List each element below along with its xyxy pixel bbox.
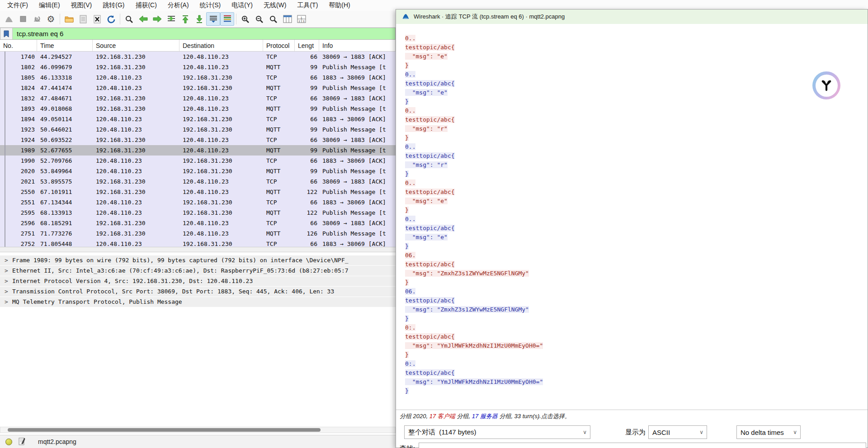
packet-list: 174044.294527192.168.31.230120.48.110.23… [0,52,396,247]
packet-row[interactable]: 198952.677655192.168.31.230120.48.110.23… [0,145,396,156]
colorize-icon[interactable] [220,12,234,26]
go-forward-icon[interactable] [150,12,164,26]
column-header[interactable]: Lengt [295,40,319,51]
expand-chevron-icon[interactable]: > [5,255,8,265]
menu-item[interactable]: 编辑(E) [33,0,66,10]
reload-icon[interactable] [104,12,118,26]
show-as-select[interactable]: ASCII ∨ [648,425,707,439]
packet-row[interactable]: 183247.484671192.168.31.230120.48.110.23… [0,93,396,104]
column-header[interactable]: Destination [179,40,263,51]
packet-row[interactable]: 259668.185291192.168.31.230120.48.110.23… [0,218,396,228]
packet-row[interactable]: 174044.294527192.168.31.230120.48.110.23… [0,52,396,62]
resize-columns-icon[interactable] [280,12,294,26]
zoom-reset-icon[interactable] [266,12,280,26]
stream-line: } [405,278,868,287]
go-first-icon[interactable] [178,12,192,26]
packet-cell: 192.168.31.230 [93,135,179,145]
packet-cell: TCP [263,93,295,104]
menu-item[interactable]: 无线(W) [258,0,292,10]
packet-cell: 192.168.31.230 [179,207,263,218]
status-filename: mqtt2.pcapng [38,438,76,445]
dialog-separator [396,410,868,410]
zoom-in-icon[interactable] [238,12,252,26]
packet-row[interactable]: 180546.133318120.48.110.23192.168.31.230… [0,72,396,83]
packet-cell: 120.48.110.23 [93,166,179,176]
menu-item[interactable]: 统计(S) [194,0,226,10]
menu-item[interactable]: 工具(T) [292,0,323,10]
detail-row[interactable]: >Frame 1989: 99 bytes on wire (792 bits)… [0,255,396,265]
restart-capture-icon[interactable] [30,12,44,26]
packet-cell: 2021 [0,176,37,187]
menu-item[interactable]: 捕获(C) [130,0,162,10]
packet-row[interactable]: 189349.018068192.168.31.230120.48.110.23… [0,104,396,114]
packet-cell: 2752 [0,239,37,247]
delta-times-select-value: No delta times [741,429,784,436]
stream-line: "msg": "ZmxhZ3s1ZWYwMzE5NGFlNGMy" [405,269,868,278]
menu-item[interactable]: 视图(V) [66,0,98,10]
packet-row[interactable]: 192350.646021120.48.110.23192.168.31.230… [0,124,396,135]
pane-splitter[interactable] [0,247,396,252]
packet-row[interactable]: 202053.849964120.48.110.23192.168.31.230… [0,166,396,176]
packet-row[interactable]: 275271.805448120.48.110.23192.168.31.230… [0,239,396,247]
filter-bookmark-icon[interactable] [0,28,13,39]
packet-row[interactable]: 192450.693522192.168.31.230120.48.110.23… [0,135,396,145]
detail-row[interactable]: >Internet Protocol Version 4, Src: 192.1… [0,276,396,286]
zoom-out-icon[interactable] [252,12,266,26]
detail-row[interactable]: >Transmission Control Protocol, Src Port… [0,287,396,297]
column-header[interactable]: Source [93,40,179,51]
open-file-icon[interactable] [62,12,76,26]
display-filter-input[interactable]: tcp.stream eq 6 [13,28,395,39]
stats-server-count: 17 服务器 [472,413,498,420]
capture-comment-icon[interactable] [19,437,25,447]
packet-cell: 1883 → 38069 [ACK] [319,114,396,124]
expand-chevron-icon[interactable]: > [5,276,8,286]
menu-item[interactable]: 跳转(G) [97,0,130,10]
save-file-icon[interactable] [76,12,90,26]
packet-cell: 2596 [0,218,37,228]
packet-cell: 122 [295,187,319,197]
expand-chevron-icon[interactable]: > [5,266,8,276]
conversation-select[interactable]: 整个对话 (1147 bytes) ∨ [404,425,590,439]
packet-row[interactable]: 189449.050114120.48.110.23192.168.31.230… [0,114,396,124]
column-header[interactable]: No. [0,40,37,51]
menu-item[interactable]: 分析(A) [162,0,194,10]
stream-line: } [405,314,868,323]
auto-scroll-icon[interactable] [206,12,220,26]
expand-chevron-icon[interactable]: > [5,297,8,307]
packet-row[interactable]: 199052.709766120.48.110.23192.168.31.230… [0,156,396,166]
packet-row[interactable]: 275171.773276192.168.31.230120.48.110.23… [0,228,396,239]
detail-row[interactable]: >MQ Telemetry Transport Protocol, Publis… [0,297,396,307]
packet-row[interactable]: 180246.099679192.168.31.230120.48.110.23… [0,62,396,72]
start-capture-icon[interactable] [2,12,16,26]
capture-options-icon[interactable]: ⚙ [44,12,58,26]
packet-row[interactable]: 182447.441474120.48.110.23192.168.31.230… [0,83,396,93]
dialog-titlebar[interactable]: Wireshark · 追踪 TCP 流 (tcp.stream eq 6) ·… [396,9,868,24]
menu-item[interactable]: 帮助(H) [323,0,355,10]
go-last-icon[interactable] [192,12,206,26]
column-layout-icon[interactable]: 123 [294,12,308,26]
horizontal-scrollbar[interactable] [0,427,396,433]
column-header[interactable]: Time [37,40,93,51]
expert-info-icon[interactable] [5,439,12,445]
menu-item[interactable]: 电话(Y) [226,0,258,10]
find-packet-icon[interactable] [122,12,136,26]
column-header[interactable]: Info [319,40,396,51]
column-header[interactable]: Protocol [263,40,295,51]
packet-row[interactable]: 255067.101911192.168.31.230120.48.110.23… [0,187,396,197]
packet-row[interactable]: 259568.133913120.48.110.23192.168.31.230… [0,207,396,218]
packet-row[interactable]: 255167.134344120.48.110.23192.168.31.230… [0,197,396,207]
horizontal-scrollbar-thumb[interactable] [8,428,321,432]
stats-mid2: 分组, [498,413,514,420]
close-file-icon[interactable] [90,12,104,26]
menu-item[interactable]: 文件(F) [2,0,33,10]
expand-chevron-icon[interactable]: > [5,287,8,297]
stop-capture-icon[interactable] [16,12,30,26]
y-logo-icon [816,75,838,97]
delta-times-select[interactable]: No delta times ∨ [736,425,801,439]
go-back-icon[interactable] [136,12,150,26]
detail-row[interactable]: >Ethernet II, Src: Intel_a3:c6:ae (70:cf… [0,266,396,276]
find-input[interactable] [419,443,866,448]
go-to-packet-icon[interactable] [164,12,178,26]
packet-row[interactable]: 202153.895575192.168.31.230120.48.110.23… [0,176,396,187]
stream-content[interactable]: 0..testtopic/abc{ "msg": "e"}0..testtopi… [396,24,868,409]
